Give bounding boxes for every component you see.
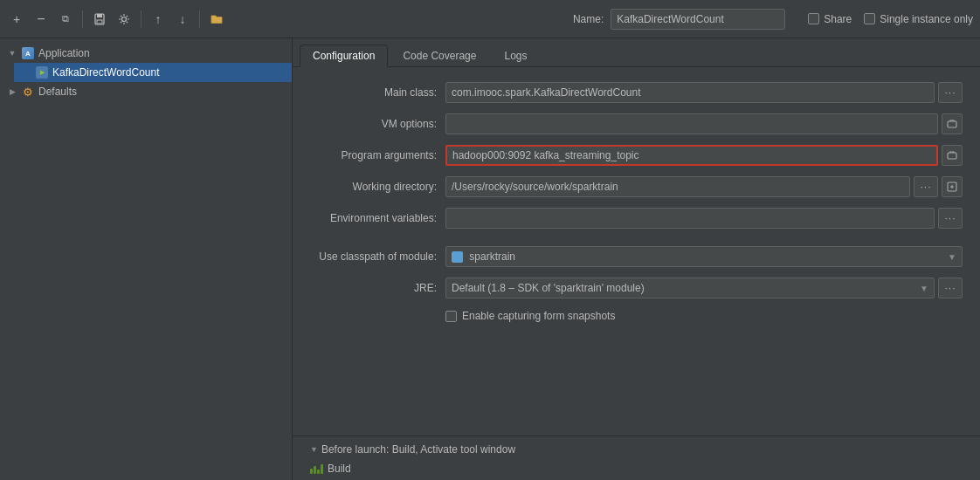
classpath-row: Use classpath of module: sparktrain ▼: [310, 245, 963, 268]
program-args-input-group: [445, 145, 963, 166]
build-bar-4: [321, 464, 323, 474]
share-label: Share: [824, 13, 852, 25]
build-bar-3: [317, 470, 320, 474]
main-class-input-group: ···: [445, 82, 963, 103]
build-label: Build: [328, 463, 351, 475]
share-section: Share Single instance only: [808, 13, 973, 25]
tab-logs[interactable]: Logs: [491, 45, 540, 67]
before-launch-arrow-icon: ▼: [310, 445, 318, 454]
main-class-input[interactable]: [445, 82, 935, 103]
build-icon: [310, 463, 322, 475]
build-bars: [310, 464, 323, 474]
name-section: Name:: [573, 9, 785, 30]
before-launch-header[interactable]: ▼ Before launch: Build, Activate tool wi…: [310, 443, 963, 456]
application-label: Application: [38, 47, 90, 59]
move-up-button[interactable]: ↑: [148, 10, 168, 29]
defaults-label: Defaults: [38, 86, 77, 98]
snapshots-checkbox[interactable]: [445, 311, 457, 322]
classpath-value: sparktrain: [469, 250, 515, 263]
jre-value: Default (1.8 – SDK of 'sparktrain' modul…: [452, 282, 645, 294]
separator-3: [199, 10, 200, 28]
tree-arrow-application: ▼: [7, 48, 17, 58]
jre-browse-button[interactable]: ···: [938, 278, 963, 298]
working-dir-row: Working directory: ···: [310, 175, 963, 198]
remove-button[interactable]: −: [31, 10, 51, 29]
program-args-row: Program arguments:: [310, 144, 963, 167]
env-vars-input[interactable]: [445, 208, 935, 229]
classpath-label: Use classpath of module:: [310, 250, 445, 263]
separator-1: [82, 10, 83, 28]
vm-options-row: VM options:: [310, 113, 963, 135]
before-launch-title: Before launch: Build, Activate tool wind…: [321, 443, 515, 456]
svg-rect-4: [948, 121, 956, 127]
jre-dropdown[interactable]: Default (1.8 – SDK of 'sparktrain' modul…: [445, 278, 935, 298]
jre-input-group: Default (1.8 – SDK of 'sparktrain' modul…: [445, 278, 963, 298]
form-content: Main class: ··· VM options: Program a: [293, 67, 980, 435]
move-down-button[interactable]: ↓: [173, 10, 192, 29]
single-instance-checkbox[interactable]: [864, 13, 875, 24]
jre-label: JRE:: [310, 282, 445, 294]
working-dir-input-group: ···: [445, 176, 963, 197]
vm-options-expand-button[interactable]: [942, 113, 963, 134]
tree-arrow-defaults: ▶: [7, 86, 17, 97]
main-class-row: Main class: ···: [310, 81, 963, 104]
env-vars-label: Environment variables:: [310, 212, 445, 224]
classpath-input-group: sparktrain ▼: [445, 246, 963, 267]
tab-configuration[interactable]: Configuration: [300, 45, 388, 67]
build-item: Build: [310, 461, 963, 477]
program-args-expand-button[interactable]: [942, 145, 963, 166]
snapshots-label: Enable capturing form snapshots: [462, 310, 615, 322]
classpath-dropdown[interactable]: sparktrain ▼: [445, 246, 963, 267]
tree-item-application[interactable]: ▼ A Application: [0, 44, 292, 63]
folder-button[interactable]: [207, 10, 226, 29]
jre-dropdown-arrow: ▼: [920, 284, 928, 293]
right-panel: Configuration Code Coverage Logs Main cl…: [293, 38, 980, 480]
tree-item-defaults[interactable]: ▶ ⚙ Defaults: [0, 82, 292, 101]
main-class-label: Main class:: [310, 86, 445, 99]
working-dir-browse-button[interactable]: ···: [914, 176, 938, 197]
main-area: ▼ A Application ▶ KafkaDirectWordCount ▶…: [0, 38, 980, 480]
single-instance-checkbox-item[interactable]: Single instance only: [864, 13, 973, 25]
main-class-browse-button[interactable]: ···: [938, 82, 963, 103]
jre-row: JRE: Default (1.8 – SDK of 'sparktrain' …: [310, 277, 963, 299]
name-input[interactable]: [611, 9, 785, 30]
copy-button[interactable]: ⧉: [56, 10, 75, 29]
kafka-run-icon: [35, 65, 49, 79]
application-icon: A: [21, 46, 35, 60]
share-checkbox-item[interactable]: Share: [808, 13, 852, 25]
build-bar-2: [314, 466, 316, 474]
classpath-dropdown-arrow: ▼: [948, 252, 956, 262]
defaults-icon: ⚙: [21, 85, 35, 99]
single-instance-label: Single instance only: [880, 13, 973, 25]
name-label: Name:: [573, 13, 604, 25]
separator-2: [141, 10, 141, 28]
svg-point-3: [122, 17, 127, 21]
tab-code-coverage[interactable]: Code Coverage: [390, 45, 489, 67]
add-button[interactable]: +: [7, 10, 26, 29]
svg-rect-5: [948, 153, 956, 159]
gear-button[interactable]: [114, 10, 134, 29]
share-checkbox[interactable]: [808, 13, 819, 24]
svg-rect-2: [97, 20, 102, 24]
env-vars-browse-button[interactable]: ···: [938, 208, 963, 229]
toolbar: + − ⧉ ↑ ↓ Name: Share Single instance on…: [0, 0, 980, 38]
tree-item-kafka[interactable]: ▶ KafkaDirectWordCount: [14, 63, 292, 82]
build-bar-1: [310, 469, 313, 474]
snapshots-row: Enable capturing form snapshots: [445, 310, 963, 322]
env-vars-row: Environment variables: ···: [310, 207, 963, 230]
vm-options-input-group: [445, 113, 963, 134]
save-button[interactable]: [90, 10, 109, 29]
program-args-input[interactable]: [445, 145, 938, 166]
left-panel: ▼ A Application ▶ KafkaDirectWordCount ▶…: [0, 38, 293, 480]
program-args-label: Program arguments:: [310, 149, 445, 161]
tabs-bar: Configuration Code Coverage Logs: [293, 38, 980, 67]
env-vars-input-group: ···: [445, 208, 963, 229]
working-dir-input[interactable]: [445, 176, 910, 197]
working-dir-icon-button[interactable]: [942, 176, 963, 197]
working-dir-label: Working directory:: [310, 181, 445, 193]
kafka-label: KafkaDirectWordCount: [52, 66, 160, 79]
before-launch-section: ▼ Before launch: Build, Activate tool wi…: [293, 435, 980, 480]
svg-rect-1: [97, 14, 102, 17]
vm-options-label: VM options:: [310, 118, 445, 130]
vm-options-input[interactable]: [445, 113, 938, 134]
